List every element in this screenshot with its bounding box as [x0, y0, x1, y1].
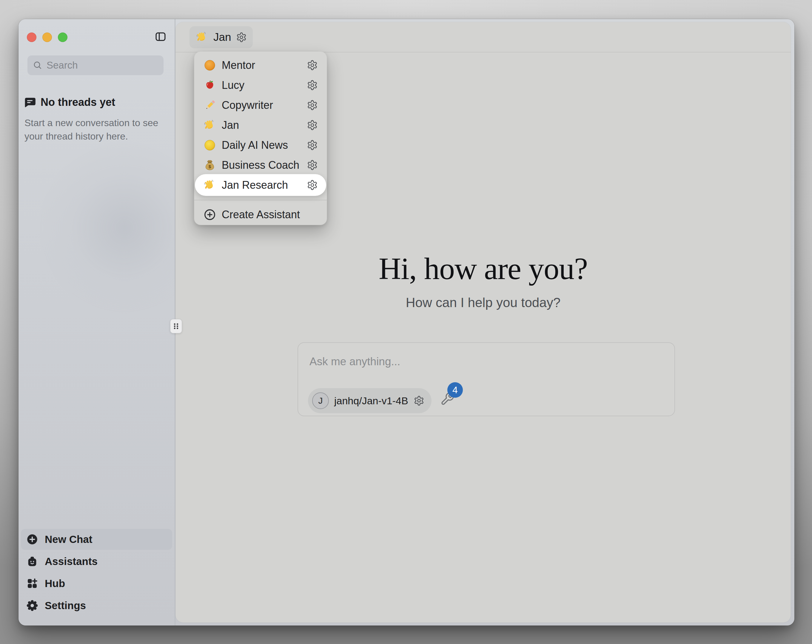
menu-item-label: Create Assistant [222, 209, 318, 221]
nav-label: New Chat [45, 533, 92, 545]
gear-icon[interactable] [307, 120, 318, 131]
menu-item-lucy[interactable]: Lucy [194, 75, 327, 95]
waving-hand-icon [203, 178, 216, 192]
pencil-icon [203, 99, 216, 112]
threads-icon [24, 96, 36, 108]
sidebar-item-hub[interactable]: Hub [21, 573, 172, 594]
menu-item-jan-research[interactable]: Jan Research [194, 175, 327, 195]
empty-state-title: No threads yet [41, 96, 115, 108]
greeting-subtitle: How can I help you today? [176, 295, 791, 310]
menu-item-jan[interactable]: Jan [194, 115, 327, 135]
menu-item-label: Lucy [222, 79, 301, 91]
money-bag-icon [203, 158, 216, 172]
plus-circle-outline-icon [203, 208, 216, 221]
greeting-title: Hi, how are you? [176, 252, 791, 286]
assistant-switcher-button[interactable]: Jan [189, 26, 253, 48]
sidebar-nav: New Chat Assistants Hub [21, 528, 172, 616]
gear-icon[interactable] [414, 395, 424, 406]
gear-icon[interactable] [236, 32, 247, 43]
orange-circle-icon [203, 59, 216, 72]
main-header: Jan [176, 22, 791, 52]
menu-item-daily-ai-news[interactable]: Daily AI News [194, 135, 327, 155]
red-apple-icon [203, 79, 216, 92]
menu-item-mentor[interactable]: Mentor [194, 55, 327, 75]
gear-icon[interactable] [307, 79, 318, 91]
sidebar-item-assistants[interactable]: Assistants [21, 551, 172, 572]
gear-icon[interactable] [307, 100, 318, 111]
sidebar-item-settings[interactable]: Settings [21, 595, 172, 616]
search-placeholder: Search [47, 59, 78, 71]
gear-icon[interactable] [307, 180, 318, 190]
close-window-button[interactable] [27, 32, 37, 42]
menu-item-label: Daily AI News [222, 139, 301, 151]
assistants-icon [26, 556, 38, 567]
gear-icon[interactable] [307, 160, 318, 171]
app-window: Search No threads yet Start a new conver… [18, 19, 794, 626]
menu-item-label: Copywriter [222, 99, 301, 111]
desktop-background: Search No threads yet Start a new conver… [0, 0, 812, 644]
model-name: janhq/Jan-v1-4B [334, 395, 408, 406]
search-input[interactable]: Search [27, 55, 163, 75]
model-avatar: J [312, 392, 329, 409]
tools-button[interactable]: 4 [440, 390, 467, 413]
minimize-window-button[interactable] [43, 32, 52, 42]
threads-empty-state: No threads yet Start a new conversation … [24, 96, 164, 143]
grip-dots-icon [172, 322, 180, 330]
gear-icon[interactable] [307, 140, 318, 151]
menu-item-copywriter[interactable]: Copywriter [194, 95, 327, 115]
sidebar: Search No threads yet Start a new conver… [18, 19, 175, 626]
menu-item-label: Jan Research [222, 179, 301, 192]
model-selector-button[interactable]: J janhq/Jan-v1-4B [308, 388, 432, 413]
assistant-switcher-label: Jan [214, 31, 231, 44]
composer-card: Ask me anything... J janhq/Jan-v1-4B 4 [298, 342, 675, 416]
sidebar-item-new-chat[interactable]: New Chat [21, 529, 172, 550]
gear-icon[interactable] [307, 59, 318, 71]
sidebar-resize-handle[interactable] [170, 319, 182, 333]
search-icon [33, 61, 43, 70]
menu-item-create-assistant[interactable]: Create Assistant [194, 204, 327, 224]
composer-input[interactable]: Ask me anything... [310, 355, 400, 368]
waving-hand-icon [203, 119, 216, 132]
settings-icon [26, 600, 38, 612]
assistant-menu: Mentor Lucy Copywriter [194, 51, 327, 225]
yellow-circle-icon [203, 139, 216, 152]
menu-item-label: Mentor [222, 59, 301, 72]
menu-item-business-coach[interactable]: Business Coach [194, 155, 327, 175]
nav-label: Settings [45, 600, 86, 612]
menu-separator [194, 200, 327, 200]
sidebar-toggle-icon[interactable] [155, 31, 166, 42]
greeting-block: Hi, how are you? [176, 252, 791, 286]
hub-icon [26, 577, 38, 589]
nav-label: Hub [45, 577, 65, 589]
nav-label: Assistants [45, 556, 98, 567]
window-controls [27, 32, 67, 42]
plus-circle-icon [26, 533, 38, 545]
waving-hand-icon [195, 31, 209, 44]
tools-count-badge: 4 [447, 382, 463, 398]
zoom-window-button[interactable] [58, 32, 67, 42]
menu-item-label: Business Coach [222, 159, 301, 171]
empty-state-description: Start a new conversation to see your thr… [24, 116, 164, 143]
menu-item-label: Jan [222, 119, 301, 131]
